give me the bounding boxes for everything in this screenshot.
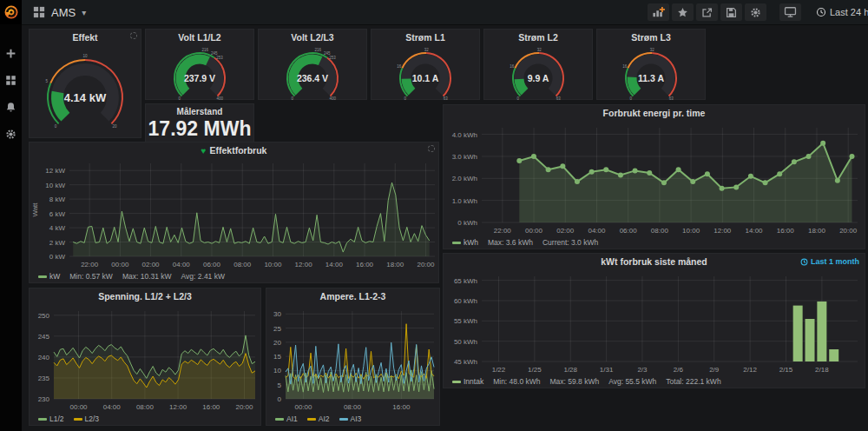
svg-text:00:00: 00:00 — [70, 403, 89, 411]
panel-title[interactable]: Effekt — [30, 30, 141, 45]
svg-text:12:00: 12:00 — [295, 261, 313, 269]
svg-text:2/6: 2/6 — [674, 366, 684, 374]
svg-text:63: 63 — [556, 96, 562, 101]
star-dashboard-button[interactable] — [672, 3, 694, 21]
svg-text:16:00: 16:00 — [202, 403, 220, 411]
panel-timeframe-badge[interactable]: Last 1 month — [800, 254, 859, 269]
chart-legend: Inntak Min: 48.0 kWh Max: 59.8 kWh Avg: … — [452, 377, 721, 386]
legend-color-dash — [38, 418, 47, 421]
dashboard-settings-button[interactable] — [745, 3, 766, 21]
svg-text:0 kWh: 0 kWh — [457, 219, 477, 227]
svg-text:10: 10 — [273, 367, 281, 375]
panel-title[interactable]: Strøm L2 — [484, 30, 592, 45]
legend-series[interactable]: L2/3 — [74, 414, 100, 423]
legend-color-dash — [452, 242, 461, 244]
legend-avg: Avg: 55.5 kWh — [608, 377, 656, 386]
effektforbruk-chart[interactable]: 0 kW2 kW4 kW6 kW8 kW10 kW12 kW22:0000:00… — [30, 158, 440, 270]
svg-text:230: 230 — [38, 395, 50, 403]
svg-text:06:00: 06:00 — [620, 227, 638, 235]
svg-text:10 kW: 10 kW — [45, 182, 65, 189]
dashboard-title[interactable]: AMS — [51, 6, 76, 19]
heart-icon: ♥ — [201, 146, 207, 156]
panel-title[interactable]: Forbrukt energi pr. time — [444, 105, 865, 121]
svg-text:216: 216 — [201, 48, 208, 52]
dashboard-grid-icon[interactable] — [33, 6, 45, 18]
svg-text:0: 0 — [404, 96, 406, 101]
svg-text:240: 240 — [38, 354, 50, 361]
svg-text:237.9 V: 237.9 V — [184, 73, 215, 83]
svg-text:00:00: 00:00 — [111, 261, 129, 269]
svg-text:16:00: 16:00 — [392, 403, 411, 411]
svg-text:1/28: 1/28 — [563, 366, 577, 374]
panel-volt-l2l3: Volt L2/L3 0216245253400236.4 V — [258, 29, 367, 100]
legend-series[interactable]: AI1 — [275, 414, 298, 423]
svg-text:2/12: 2/12 — [743, 366, 757, 374]
legend-series[interactable]: AI2 — [307, 414, 330, 423]
dashboards-icon[interactable] — [5, 74, 17, 86]
svg-text:16:00: 16:00 — [777, 227, 795, 235]
panel-title[interactable]: Spenning. L1/2 + L2/3 — [30, 288, 260, 304]
svg-text:63: 63 — [444, 96, 449, 101]
panel-title[interactable]: Ampere. L1-2-3 — [266, 288, 439, 304]
svg-text:32: 32 — [424, 48, 430, 52]
legend-series[interactable]: Inntak — [452, 377, 483, 386]
save-icon — [726, 7, 737, 18]
save-dashboard-button[interactable] — [720, 3, 742, 21]
svg-text:14:00: 14:00 — [746, 227, 764, 235]
svg-text:2/18: 2/18 — [815, 366, 829, 374]
kwt-forbruk-chart[interactable]: 45 kWh50 kWh55 kWh60 kWh65 kWh1/221/251/… — [444, 269, 866, 375]
chart-legend: L1/2 L2/3 — [38, 414, 99, 423]
legend-series[interactable]: L1/2 — [38, 414, 64, 423]
panel-title[interactable]: Målerstand — [146, 104, 253, 117]
svg-text:20: 20 — [273, 339, 281, 347]
cycle-view-mode-button[interactable] — [779, 3, 801, 21]
svg-text:60 kWh: 60 kWh — [454, 297, 477, 305]
forbrukt-energi-chart[interactable]: 0 kWh1.0 kWh2.0 kWh3.0 kWh4.0 kWh22:0000… — [444, 121, 866, 236]
svg-text:2/3: 2/3 — [637, 366, 648, 374]
star-icon — [677, 7, 688, 18]
clock-icon — [816, 7, 826, 17]
malerstand-value: 17.92 MWh — [146, 117, 253, 140]
time-range-label: Last 24 hours — [830, 7, 868, 17]
chevron-down-icon[interactable]: ▾ — [82, 8, 86, 17]
svg-text:253: 253 — [329, 56, 336, 60]
svg-text:3.0 kWh: 3.0 kWh — [452, 153, 477, 161]
configuration-gear-icon[interactable] — [5, 128, 17, 140]
svg-text:1/22: 1/22 — [492, 366, 506, 374]
spenning-chart[interactable]: 23023524024525000:0004:0008:0012:0016:00… — [30, 304, 262, 413]
legend-series[interactable]: kW — [38, 272, 60, 281]
svg-text:02:00: 02:00 — [142, 261, 161, 269]
svg-text:10.1 A: 10.1 A — [412, 73, 439, 83]
legend-color-dash — [307, 418, 316, 421]
time-range-picker[interactable]: Last 24 hours — [816, 7, 868, 17]
svg-text:400: 400 — [330, 96, 337, 101]
left-sidebar — [0, 24, 22, 431]
panel-title[interactable]: Volt L2/L3 — [259, 30, 366, 45]
legend-series[interactable]: kWh — [452, 238, 478, 247]
panel-title[interactable]: Strøm L3 — [597, 30, 705, 45]
svg-text:0: 0 — [278, 395, 282, 403]
monitor-icon — [784, 6, 797, 18]
svg-text:00:00: 00:00 — [295, 403, 313, 411]
ampere-chart[interactable]: 05101520253000:0008:0016:00 — [266, 304, 441, 413]
grafana-logo[interactable] — [0, 0, 22, 24]
panel-title[interactable]: Volt L1/L2 — [146, 30, 253, 45]
create-plus-icon[interactable] — [5, 47, 17, 59]
legend-current: Current: 3.0 kWh — [542, 238, 598, 247]
svg-text:63: 63 — [669, 96, 674, 101]
svg-text:2 kW: 2 kW — [49, 239, 66, 247]
share-dashboard-button[interactable] — [696, 3, 718, 21]
svg-text:Watt: Watt — [31, 202, 39, 217]
svg-text:65 kWh: 65 kWh — [454, 277, 477, 285]
legend-series[interactable]: AI3 — [339, 414, 362, 423]
legend-color-dash — [452, 381, 461, 383]
panel-spenning: Spenning. L1/2 + L2/3 23023524024525000:… — [29, 288, 261, 426]
grafana-flame-icon — [3, 3, 19, 21]
svg-text:253: 253 — [216, 56, 223, 60]
alerting-bell-icon[interactable] — [5, 101, 17, 113]
svg-text:08:00: 08:00 — [651, 227, 669, 235]
panel-title[interactable]: Strøm L1 — [372, 30, 479, 45]
svg-text:5: 5 — [45, 79, 48, 83]
panel-effektforbruk: ♥Effektforbruk 0 kW2 kW4 kW6 kW8 kW10 kW… — [29, 142, 439, 283]
add-panel-button[interactable] — [648, 3, 669, 21]
